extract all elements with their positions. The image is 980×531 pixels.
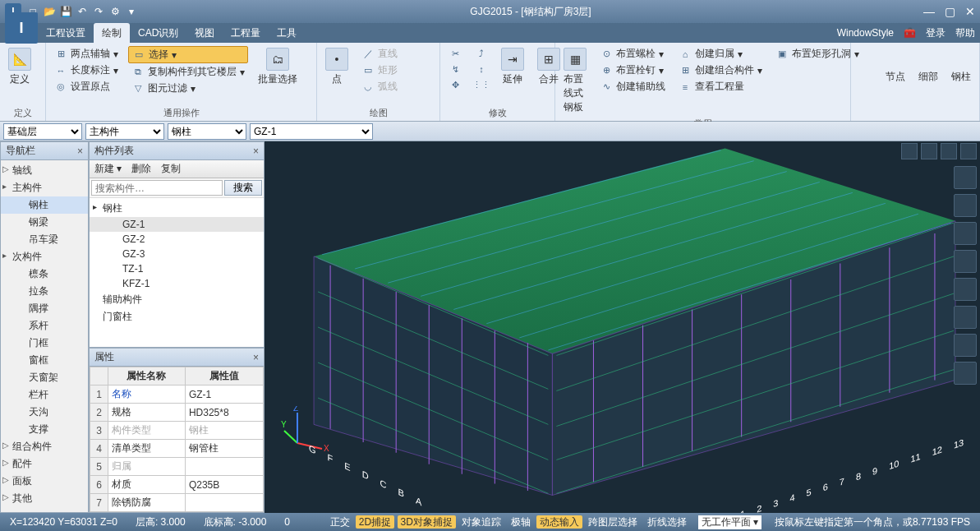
undo-icon[interactable]: ↶	[76, 5, 89, 18]
snap-toggle[interactable]: 正交	[327, 515, 353, 529]
nav-item[interactable]: ▸次构件	[1, 248, 88, 266]
length-dim-button[interactable]: ↔长度标注 ▾	[51, 62, 122, 78]
vp-tool-icon[interactable]	[954, 362, 977, 385]
delete-component-button[interactable]: 删除	[131, 162, 151, 176]
extend-button[interactable]: ⇥延伸	[498, 46, 527, 88]
nav-item[interactable]: ▷面板	[1, 473, 88, 490]
tree-item[interactable]: 门窗柱	[90, 308, 264, 326]
snap-toggle[interactable]: 3D对象捕捉	[398, 515, 456, 529]
nav-item[interactable]: ▷配件	[1, 455, 88, 473]
create-attribution-button[interactable]: ⌂创建归属 ▾	[675, 46, 766, 62]
menu-tab[interactable]: 视图	[186, 23, 223, 44]
nav-item[interactable]: ▷其他	[1, 490, 88, 507]
align-icon[interactable]: ↕	[472, 62, 491, 76]
menu-tab[interactable]: 工程设置	[38, 23, 94, 44]
create-composite-button[interactable]: ⊞创建组合构件 ▾	[675, 62, 766, 78]
nav-item[interactable]: 支撑	[1, 421, 88, 438]
instance-select[interactable]: GZ-1	[250, 123, 373, 140]
menu-tab[interactable]: 绘制	[94, 23, 130, 44]
copy-to-floors-button[interactable]: ⧉复制构件到其它楼层 ▾	[128, 64, 248, 80]
set-origin-button[interactable]: ◎设置原点	[51, 79, 122, 95]
qat-dropdown-icon[interactable]: ▾	[125, 5, 138, 18]
snap-toggle[interactable]: 折线选择	[644, 515, 690, 529]
snap-toggle[interactable]: 对象追踪	[458, 515, 504, 529]
vp-tool-icon[interactable]	[954, 222, 977, 245]
tree-item[interactable]: 辅助构件	[90, 291, 264, 308]
property-row[interactable]: 5归属	[90, 458, 264, 476]
steel-column-button[interactable]: 钢柱	[948, 69, 974, 85]
property-row[interactable]: 1名称GZ-1	[90, 386, 264, 404]
menu-tab[interactable]: 工具	[269, 23, 305, 44]
offset-icon[interactable]: ↯	[445, 62, 465, 76]
nav-item[interactable]: 天窗架	[1, 369, 88, 386]
menu-tab[interactable]: CAD识别	[130, 23, 186, 44]
snap-toggle[interactable]: 动态输入	[536, 515, 582, 529]
nav-item[interactable]: 钢梁	[1, 214, 88, 231]
component-tree[interactable]: ▸钢柱GZ-1GZ-2GZ-3TZ-1KFZ-1辅助构件门窗柱	[90, 198, 264, 347]
vp-tool-icon[interactable]	[941, 143, 957, 159]
move-icon[interactable]: ✥	[445, 77, 465, 92]
nav-item[interactable]: ▷组合构件	[1, 438, 88, 455]
props-close-icon[interactable]: ×	[253, 352, 259, 363]
rect-button[interactable]: ▭矩形	[358, 62, 401, 78]
point-button[interactable]: •点	[322, 46, 352, 88]
login-link[interactable]: 登录	[926, 26, 945, 40]
tree-item[interactable]: GZ-2	[90, 232, 264, 247]
window-style-menu[interactable]: WindowStyle	[837, 27, 894, 39]
nav-close-icon[interactable]: ×	[77, 145, 83, 157]
viewcube-icon[interactable]	[954, 166, 977, 189]
viewport[interactable]: X Y Z GFEDCBA 12345678910111213	[265, 141, 980, 513]
place-rect-hole-button[interactable]: ▣布置矩形孔洞 ▾	[772, 46, 863, 62]
category-select[interactable]: 主构件	[85, 123, 164, 140]
vp-tool-icon[interactable]	[954, 306, 977, 329]
place-studs-button[interactable]: ⊕布置栓钉 ▾	[596, 62, 669, 78]
tree-item[interactable]: TZ-1	[90, 261, 264, 276]
type-select[interactable]: 钢柱	[168, 123, 246, 140]
nav-item[interactable]: 门框	[1, 335, 88, 352]
vp-tool-icon[interactable]	[954, 250, 977, 273]
vp-tool-icon[interactable]	[960, 143, 977, 159]
vp-tool-icon[interactable]	[921, 143, 937, 159]
vp-tool-icon[interactable]	[954, 194, 977, 217]
property-row[interactable]: 2规格HD325*8	[90, 404, 264, 422]
define-button[interactable]: 📐定义	[5, 46, 35, 88]
open-icon[interactable]: 📂	[43, 5, 56, 18]
new-component-button[interactable]: 新建 ▾	[94, 162, 122, 176]
redo-icon[interactable]: ↷	[92, 5, 105, 18]
gear-icon[interactable]: ⚙	[108, 5, 122, 18]
floor-select[interactable]: 基础层	[3, 123, 82, 140]
nav-item[interactable]: 吊车梁	[1, 231, 88, 248]
tree-item[interactable]: ▸钢柱	[90, 200, 264, 217]
toolbox-icon[interactable]: 🧰	[904, 27, 916, 39]
rotate-icon[interactable]: ⤴	[472, 46, 491, 61]
arc-button[interactable]: ◡弧线	[358, 79, 401, 95]
tree-item[interactable]: KFZ-1	[90, 276, 264, 291]
create-guideline-button[interactable]: ∿创建辅助线	[596, 79, 669, 95]
vp-tool-icon[interactable]	[954, 278, 977, 301]
nav-item[interactable]: 隅撑	[1, 300, 88, 317]
nav-item[interactable]: 系杆	[1, 317, 88, 335]
place-linear-plate-button[interactable]: ▦布置线式钢板	[560, 46, 590, 116]
nav-item[interactable]: 窗框	[1, 352, 88, 369]
nav-item[interactable]: 檩条	[1, 266, 88, 283]
nav-item[interactable]: 天沟	[1, 404, 88, 421]
search-button[interactable]: 搜索	[224, 180, 262, 196]
app-button[interactable]: I	[5, 12, 38, 44]
property-row[interactable]: 7除锈防腐	[90, 494, 264, 512]
copy-component-button[interactable]: 复制	[161, 162, 181, 176]
quantity-report-button[interactable]: ≡查看工程量	[675, 79, 766, 95]
tree-item[interactable]: GZ-1	[90, 217, 264, 232]
snap-toggle[interactable]: 2D捕捉	[356, 515, 394, 529]
properties-table[interactable]: 属性名称属性值1名称GZ-12规格HD325*83构件类型钢柱4清单类型钢管柱5…	[90, 367, 264, 512]
array-icon[interactable]: ⋮⋮	[472, 77, 491, 92]
menu-tab[interactable]: 工程量	[223, 23, 269, 44]
line-button[interactable]: ／直线	[358, 46, 401, 62]
close-button[interactable]: ✕	[965, 5, 975, 18]
nav-item[interactable]: 栏杆	[1, 386, 88, 404]
place-bolts-button[interactable]: ⊙布置螺栓 ▾	[596, 46, 669, 62]
node-button[interactable]: 节点	[882, 69, 909, 85]
filter-primitives-button[interactable]: ▽图元过滤 ▾	[128, 81, 248, 96]
nav-item[interactable]: ▷轴线	[1, 162, 88, 179]
nav-item[interactable]: 拉条	[1, 283, 88, 300]
workplane-select[interactable]: 无工作平面 ▾	[698, 515, 761, 529]
